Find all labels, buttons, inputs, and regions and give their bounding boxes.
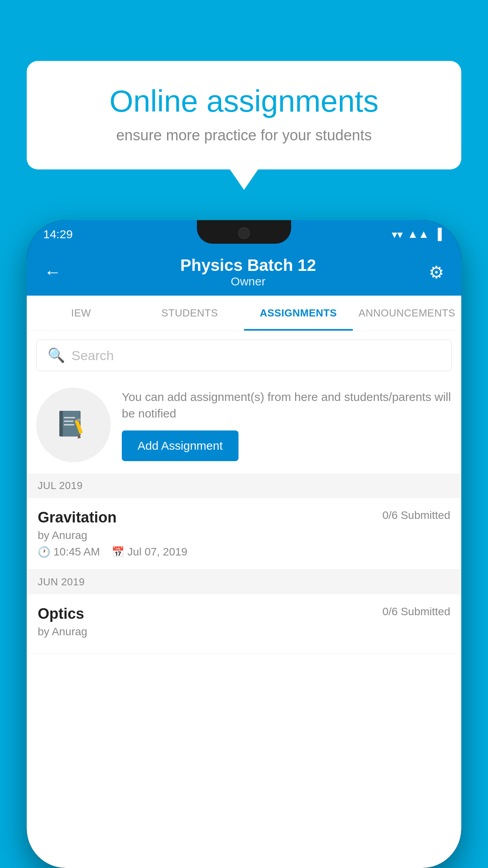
assignment-item-gravitation[interactable]: Gravitation 0/6 Submitted by Anurag 🕐 10… xyxy=(27,498,461,570)
assignment-submitted-optics: 0/6 Submitted xyxy=(382,605,450,618)
header-subtitle: Owner xyxy=(68,275,429,288)
search-placeholder: Search xyxy=(72,348,114,363)
status-time: 14:29 xyxy=(43,228,73,241)
add-assignment-button[interactable]: Add Assignment xyxy=(122,430,238,461)
clock-icon: 🕐 xyxy=(38,546,50,558)
wifi-icon: ▾▾ xyxy=(392,228,403,241)
assignment-by-optics: by Anurag xyxy=(38,625,450,638)
phone-content: 🔍 Search xyxy=(27,331,461,868)
header-center: Physics Batch 12 Owner xyxy=(68,256,429,288)
app-header: ← Physics Batch 12 Owner ⚙ xyxy=(27,248,461,296)
info-section: You can add assignment(s) from here and … xyxy=(27,380,461,473)
assignment-top: Gravitation 0/6 Submitted xyxy=(38,509,450,526)
notebook-icon xyxy=(56,407,91,443)
battery-icon: ▐ xyxy=(434,228,442,241)
tab-bar: IEW STUDENTS ASSIGNMENTS ANNOUNCEMENTS xyxy=(27,296,461,331)
phone-screen: 14:29 ▾▾ ▲▲ ▐ ← Physics Batch 12 Owner ⚙… xyxy=(27,220,461,868)
status-icons: ▾▾ ▲▲ ▐ xyxy=(392,228,442,241)
calendar-icon: 📅 xyxy=(112,546,124,558)
assignment-top-optics: Optics 0/6 Submitted xyxy=(38,605,450,622)
assignment-date: Jul 07, 2019 xyxy=(127,546,187,558)
svg-rect-5 xyxy=(64,424,74,425)
tab-announcements[interactable]: ANNOUNCEMENTS xyxy=(353,296,462,331)
phone-camera xyxy=(238,227,250,239)
info-description: You can add assignment(s) from here and … xyxy=(122,389,452,422)
assignment-submitted: 0/6 Submitted xyxy=(382,509,450,522)
meta-date: 📅 Jul 07, 2019 xyxy=(112,546,187,558)
speech-bubble: Online assignments ensure more practice … xyxy=(27,61,461,169)
signal-icon: ▲▲ xyxy=(407,228,429,241)
svg-rect-3 xyxy=(64,417,75,418)
assignment-icon-circle xyxy=(36,388,111,462)
assignment-meta: 🕐 10:45 AM 📅 Jul 07, 2019 xyxy=(38,546,450,558)
assignment-name: Gravitation xyxy=(38,509,117,526)
tab-students[interactable]: STUDENTS xyxy=(136,296,244,331)
svg-rect-2 xyxy=(59,411,63,436)
speech-bubble-container: Online assignments ensure more practice … xyxy=(27,61,461,169)
info-text-area: You can add assignment(s) from here and … xyxy=(122,389,452,461)
header-title: Physics Batch 12 xyxy=(68,256,429,275)
back-button[interactable]: ← xyxy=(44,262,68,282)
section-header-jun: JUN 2019 xyxy=(27,570,461,594)
tab-overview[interactable]: IEW xyxy=(27,296,136,331)
phone-frame: 14:29 ▾▾ ▲▲ ▐ ← Physics Batch 12 Owner ⚙… xyxy=(27,220,461,868)
meta-time: 🕐 10:45 AM xyxy=(38,546,100,558)
assignment-by: by Anurag xyxy=(38,529,450,542)
assignment-item-optics[interactable]: Optics 0/6 Submitted by Anurag xyxy=(27,594,461,653)
phone-notch xyxy=(197,220,291,244)
tab-assignments[interactable]: ASSIGNMENTS xyxy=(244,296,353,331)
speech-bubble-title: Online assignments xyxy=(54,85,434,118)
search-icon: 🔍 xyxy=(48,347,65,364)
search-bar[interactable]: 🔍 Search xyxy=(36,340,452,371)
speech-bubble-subtitle: ensure more practice for your students xyxy=(54,127,434,144)
assignment-name-optics: Optics xyxy=(38,605,84,622)
section-header-jul: JUL 2019 xyxy=(27,473,461,498)
settings-button[interactable]: ⚙ xyxy=(429,262,444,282)
assignment-time: 10:45 AM xyxy=(53,546,100,558)
svg-rect-4 xyxy=(64,421,73,422)
